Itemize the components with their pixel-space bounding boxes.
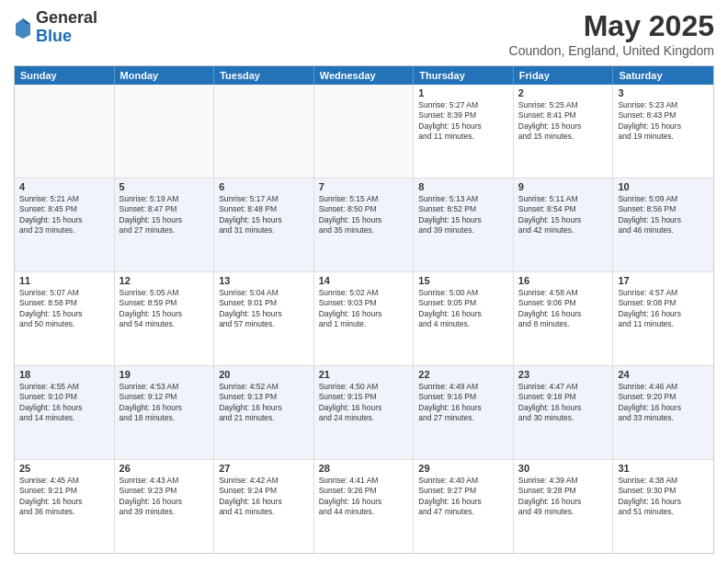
calendar-cell: 29Sunrise: 4:40 AM Sunset: 9:27 PM Dayli… bbox=[414, 460, 514, 553]
calendar-cell: 12Sunrise: 5:05 AM Sunset: 8:59 PM Dayli… bbox=[115, 272, 215, 365]
calendar-cell: 14Sunrise: 5:02 AM Sunset: 9:03 PM Dayli… bbox=[314, 272, 415, 365]
day-number: 26 bbox=[119, 463, 210, 474]
calendar-row: 1Sunrise: 5:27 AM Sunset: 8:39 PM Daylig… bbox=[15, 85, 713, 178]
calendar-cell: 2Sunrise: 5:25 AM Sunset: 8:41 PM Daylig… bbox=[514, 85, 614, 178]
cell-info: Sunrise: 4:47 AM Sunset: 9:18 PM Dayligh… bbox=[518, 382, 609, 424]
weekday-header: Sunday bbox=[15, 66, 115, 85]
calendar-cell: 4Sunrise: 5:21 AM Sunset: 8:45 PM Daylig… bbox=[15, 178, 115, 271]
calendar-cell: 5Sunrise: 5:19 AM Sunset: 8:47 PM Daylig… bbox=[115, 178, 215, 271]
cell-info: Sunrise: 4:46 AM Sunset: 9:20 PM Dayligh… bbox=[618, 382, 709, 424]
calendar-cell: 16Sunrise: 4:58 AM Sunset: 9:06 PM Dayli… bbox=[514, 272, 614, 365]
calendar-cell: 3Sunrise: 5:23 AM Sunset: 8:43 PM Daylig… bbox=[613, 85, 713, 178]
cell-info: Sunrise: 5:00 AM Sunset: 9:05 PM Dayligh… bbox=[418, 288, 508, 330]
cell-info: Sunrise: 5:23 AM Sunset: 8:43 PM Dayligh… bbox=[618, 100, 709, 143]
cell-info: Sunrise: 4:55 AM Sunset: 9:10 PM Dayligh… bbox=[19, 382, 109, 424]
calendar-cell: 9Sunrise: 5:11 AM Sunset: 8:54 PM Daylig… bbox=[514, 178, 614, 271]
cell-info: Sunrise: 5:15 AM Sunset: 8:50 PM Dayligh… bbox=[319, 194, 409, 236]
logo-blue: Blue bbox=[36, 27, 72, 45]
page: General Blue May 2025 Coundon, England, … bbox=[0, 0, 728, 563]
cell-info: Sunrise: 5:19 AM Sunset: 8:47 PM Dayligh… bbox=[119, 194, 210, 236]
day-number: 16 bbox=[518, 275, 609, 286]
cell-info: Sunrise: 4:50 AM Sunset: 9:15 PM Dayligh… bbox=[319, 382, 409, 424]
calendar-row: 11Sunrise: 5:07 AM Sunset: 8:58 PM Dayli… bbox=[15, 272, 713, 366]
calendar-cell: 18Sunrise: 4:55 AM Sunset: 9:10 PM Dayli… bbox=[15, 366, 115, 459]
calendar-cell: 11Sunrise: 5:07 AM Sunset: 8:58 PM Dayli… bbox=[15, 272, 115, 365]
calendar-row: 4Sunrise: 5:21 AM Sunset: 8:45 PM Daylig… bbox=[15, 178, 713, 272]
calendar-cell: 30Sunrise: 4:39 AM Sunset: 9:28 PM Dayli… bbox=[514, 460, 614, 553]
day-number: 8 bbox=[418, 181, 508, 192]
cell-info: Sunrise: 5:25 AM Sunset: 8:41 PM Dayligh… bbox=[518, 100, 609, 143]
calendar-cell: 22Sunrise: 4:49 AM Sunset: 9:16 PM Dayli… bbox=[414, 366, 514, 459]
calendar-body: 1Sunrise: 5:27 AM Sunset: 8:39 PM Daylig… bbox=[15, 85, 713, 553]
weekday-header: Monday bbox=[115, 66, 215, 85]
day-number: 21 bbox=[319, 369, 409, 380]
calendar-cell: 1Sunrise: 5:27 AM Sunset: 8:39 PM Daylig… bbox=[414, 85, 514, 178]
day-number: 30 bbox=[518, 463, 609, 474]
calendar-cell: 21Sunrise: 4:50 AM Sunset: 9:15 PM Dayli… bbox=[314, 366, 415, 459]
cell-info: Sunrise: 4:41 AM Sunset: 9:26 PM Dayligh… bbox=[319, 476, 409, 518]
day-number: 19 bbox=[119, 369, 210, 380]
day-number: 6 bbox=[219, 181, 309, 192]
calendar-cell: 10Sunrise: 5:09 AM Sunset: 8:56 PM Dayli… bbox=[613, 178, 713, 271]
calendar-cell: 6Sunrise: 5:17 AM Sunset: 8:48 PM Daylig… bbox=[214, 178, 314, 271]
calendar-cell: 25Sunrise: 4:45 AM Sunset: 9:21 PM Dayli… bbox=[15, 460, 115, 553]
logo-text: General Blue bbox=[36, 9, 97, 46]
day-number: 18 bbox=[19, 369, 109, 380]
title-section: May 2025 Coundon, England, United Kingdo… bbox=[509, 9, 714, 58]
logo: General Blue bbox=[14, 9, 97, 46]
weekday-header: Friday bbox=[514, 66, 614, 85]
calendar-cell bbox=[314, 85, 415, 178]
calendar: SundayMondayTuesdayWednesdayThursdayFrid… bbox=[14, 65, 714, 554]
calendar-cell: 20Sunrise: 4:52 AM Sunset: 9:13 PM Dayli… bbox=[214, 366, 314, 459]
cell-info: Sunrise: 4:45 AM Sunset: 9:21 PM Dayligh… bbox=[19, 476, 109, 518]
day-number: 22 bbox=[418, 369, 508, 380]
calendar-cell: 31Sunrise: 4:38 AM Sunset: 9:30 PM Dayli… bbox=[613, 460, 713, 553]
day-number: 14 bbox=[319, 275, 409, 286]
cell-info: Sunrise: 4:53 AM Sunset: 9:12 PM Dayligh… bbox=[119, 382, 210, 424]
day-number: 23 bbox=[518, 369, 609, 380]
calendar-cell bbox=[115, 85, 215, 178]
day-number: 28 bbox=[319, 463, 409, 474]
cell-info: Sunrise: 4:40 AM Sunset: 9:27 PM Dayligh… bbox=[418, 476, 508, 518]
logo-icon bbox=[14, 17, 32, 39]
day-number: 3 bbox=[618, 87, 709, 98]
calendar-row: 25Sunrise: 4:45 AM Sunset: 9:21 PM Dayli… bbox=[15, 460, 713, 553]
cell-info: Sunrise: 5:09 AM Sunset: 8:56 PM Dayligh… bbox=[618, 194, 709, 236]
calendar-cell: 7Sunrise: 5:15 AM Sunset: 8:50 PM Daylig… bbox=[314, 178, 415, 271]
cell-info: Sunrise: 4:57 AM Sunset: 9:08 PM Dayligh… bbox=[618, 288, 709, 330]
calendar-cell: 24Sunrise: 4:46 AM Sunset: 9:20 PM Dayli… bbox=[613, 366, 713, 459]
cell-info: Sunrise: 5:05 AM Sunset: 8:59 PM Dayligh… bbox=[119, 288, 210, 330]
cell-info: Sunrise: 4:39 AM Sunset: 9:28 PM Dayligh… bbox=[518, 476, 609, 518]
day-number: 17 bbox=[618, 275, 709, 286]
calendar-cell bbox=[15, 85, 115, 178]
calendar-cell: 8Sunrise: 5:13 AM Sunset: 8:52 PM Daylig… bbox=[414, 178, 514, 271]
day-number: 1 bbox=[418, 87, 508, 98]
day-number: 4 bbox=[19, 181, 109, 192]
calendar-cell: 27Sunrise: 4:42 AM Sunset: 9:24 PM Dayli… bbox=[214, 460, 314, 553]
header: General Blue May 2025 Coundon, England, … bbox=[14, 9, 714, 58]
day-number: 15 bbox=[418, 275, 508, 286]
cell-info: Sunrise: 4:38 AM Sunset: 9:30 PM Dayligh… bbox=[618, 476, 709, 518]
svg-marker-0 bbox=[16, 18, 30, 39]
cell-info: Sunrise: 5:07 AM Sunset: 8:58 PM Dayligh… bbox=[19, 288, 109, 330]
day-number: 7 bbox=[319, 181, 409, 192]
calendar-cell: 23Sunrise: 4:47 AM Sunset: 9:18 PM Dayli… bbox=[514, 366, 614, 459]
day-number: 27 bbox=[219, 463, 309, 474]
calendar-cell: 15Sunrise: 5:00 AM Sunset: 9:05 PM Dayli… bbox=[414, 272, 514, 365]
main-title: May 2025 bbox=[509, 9, 714, 43]
cell-info: Sunrise: 5:17 AM Sunset: 8:48 PM Dayligh… bbox=[219, 194, 309, 236]
cell-info: Sunrise: 5:11 AM Sunset: 8:54 PM Dayligh… bbox=[518, 194, 609, 236]
cell-info: Sunrise: 5:02 AM Sunset: 9:03 PM Dayligh… bbox=[319, 288, 409, 330]
weekday-header: Wednesday bbox=[314, 66, 415, 85]
logo-general: General bbox=[36, 8, 97, 27]
cell-info: Sunrise: 5:21 AM Sunset: 8:45 PM Dayligh… bbox=[19, 194, 109, 236]
calendar-row: 18Sunrise: 4:55 AM Sunset: 9:10 PM Dayli… bbox=[15, 366, 713, 460]
cell-info: Sunrise: 5:27 AM Sunset: 8:39 PM Dayligh… bbox=[418, 100, 508, 143]
calendar-cell: 13Sunrise: 5:04 AM Sunset: 9:01 PM Dayli… bbox=[214, 272, 314, 365]
cell-info: Sunrise: 4:42 AM Sunset: 9:24 PM Dayligh… bbox=[219, 476, 309, 518]
day-number: 9 bbox=[518, 181, 609, 192]
day-number: 5 bbox=[119, 181, 210, 192]
calendar-cell: 17Sunrise: 4:57 AM Sunset: 9:08 PM Dayli… bbox=[613, 272, 713, 365]
day-number: 13 bbox=[219, 275, 309, 286]
day-number: 29 bbox=[418, 463, 508, 474]
